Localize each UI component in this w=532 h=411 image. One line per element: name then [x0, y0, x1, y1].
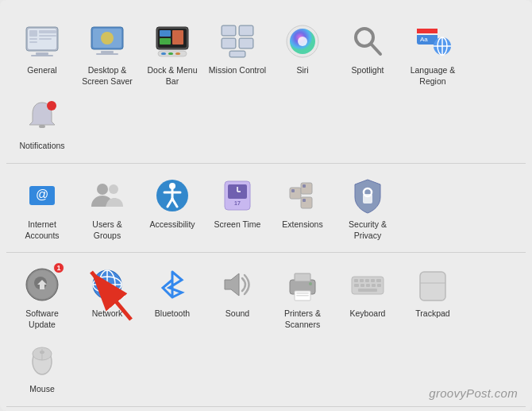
pref-item-sound[interactable]: Sound — [205, 259, 270, 324]
pref-item-internet[interactable]: @ Internet Accounts — [10, 170, 75, 246]
extensions-icon — [282, 175, 323, 216]
pref-item-trackpad[interactable]: Trackpad — [400, 259, 465, 324]
bluetooth-label: Bluetooth — [155, 308, 190, 320]
svg-rect-96 — [366, 284, 370, 287]
pref-item-language[interactable]: Aa Language & Region — [400, 16, 465, 91]
pref-item-printers[interactable]: Printers & Scanners — [270, 259, 335, 335]
security-label: Security & Privacy — [338, 219, 397, 241]
svg-point-52 — [109, 184, 118, 194]
pref-item-users[interactable]: Users & Groups — [75, 170, 140, 246]
pref-item-spotlight[interactable]: Spotlight — [335, 16, 400, 81]
pref-item-network[interactable]: Network — [75, 259, 140, 324]
spotlight-label: Spotlight — [352, 65, 384, 76]
svg-rect-31 — [240, 39, 253, 48]
svg-rect-69 — [303, 199, 306, 202]
pref-item-mission[interactable]: Mission Control — [205, 16, 270, 81]
svg-text:@: @ — [36, 188, 48, 201]
svg-point-105 — [40, 351, 44, 354]
svg-rect-3 — [29, 38, 37, 40]
svg-rect-23 — [175, 52, 180, 55]
svg-rect-21 — [161, 52, 166, 55]
general-icon — [21, 21, 63, 62]
svg-rect-64 — [290, 188, 301, 199]
svg-rect-29 — [222, 39, 235, 48]
desktop-icon — [87, 21, 128, 62]
svg-rect-98 — [377, 284, 381, 287]
svg-rect-85 — [296, 293, 309, 294]
softwareupdate-icon: 1 — [21, 264, 63, 305]
svg-point-51 — [97, 184, 108, 195]
svg-rect-8 — [36, 52, 48, 55]
svg-rect-19 — [172, 30, 183, 45]
security-icon — [347, 175, 388, 216]
softwareupdate-label: Software Update — [13, 308, 71, 330]
svg-rect-97 — [372, 284, 376, 287]
internet-icon: @ — [21, 175, 63, 216]
preferences-grid: General Desktop & Screen Saver Dock & Me… — [0, 0, 532, 411]
dock-icon — [152, 21, 193, 62]
svg-rect-95 — [360, 284, 364, 287]
svg-point-48 — [47, 101, 56, 111]
users-label: Users & Groups — [78, 219, 137, 241]
desktop-label: Desktop & Screen Saver — [78, 65, 137, 87]
svg-text:Aa: Aa — [420, 36, 428, 43]
svg-rect-66 — [301, 197, 312, 208]
pref-item-softwareupdate[interactable]: 1Software Update — [10, 259, 75, 335]
bluetooth-icon — [152, 264, 193, 305]
sound-icon — [217, 264, 258, 305]
svg-rect-67 — [291, 189, 295, 192]
svg-rect-9 — [31, 55, 53, 56]
svg-point-87 — [309, 282, 312, 285]
screentime-icon: 17 — [217, 175, 258, 216]
svg-rect-33 — [230, 52, 245, 56]
svg-rect-93 — [376, 279, 381, 282]
keyboard-label: Keyboard — [350, 308, 386, 320]
mission-label: Mission Control — [209, 65, 266, 76]
softwareupdate-badge: 1 — [53, 262, 64, 273]
svg-rect-40 — [417, 29, 438, 33]
svg-rect-5 — [39, 30, 56, 33]
printers-label: Printers & Scanners — [273, 308, 332, 330]
svg-rect-99 — [358, 289, 377, 292]
section-accounts: @ Internet Accounts Users & Groups Acces… — [6, 164, 526, 253]
svg-rect-83 — [295, 273, 310, 281]
section-other: Displays Energy Saver 17 Date & Time Sha… — [6, 407, 526, 411]
svg-rect-17 — [160, 30, 171, 37]
pref-item-mouse[interactable]: Mouse — [10, 335, 75, 400]
pref-item-extensions[interactable]: Extensions — [270, 170, 335, 235]
svg-rect-86 — [296, 295, 309, 297]
svg-rect-68 — [303, 184, 306, 188]
notifications-label: Notifications — [19, 141, 64, 152]
svg-text:17: 17 — [234, 200, 241, 206]
pref-item-bluetooth[interactable]: Bluetooth — [140, 259, 205, 324]
svg-rect-65 — [301, 183, 312, 194]
svg-rect-41 — [417, 33, 438, 35]
pref-item-notifications[interactable]: Notifications — [10, 91, 75, 157]
pref-item-screentime[interactable]: 17 Screen Time — [205, 170, 270, 235]
svg-rect-100 — [420, 272, 445, 300]
network-icon — [87, 264, 128, 305]
svg-rect-47 — [39, 125, 45, 128]
pref-item-dock[interactable]: Dock & Menu Bar — [140, 16, 205, 91]
pref-item-accessibility[interactable]: Accessibility — [140, 170, 205, 235]
language-icon: Aa — [412, 21, 453, 62]
extensions-label: Extensions — [282, 219, 322, 231]
svg-rect-13 — [101, 51, 114, 53]
siri-label: Siri — [296, 65, 308, 76]
pref-item-general[interactable]: General — [10, 16, 75, 81]
siri-icon — [282, 21, 323, 62]
svg-rect-18 — [160, 38, 171, 45]
pref-item-siri[interactable]: Siri — [270, 16, 335, 81]
language-label: Language & Region — [403, 65, 462, 87]
svg-rect-91 — [365, 279, 369, 282]
pref-item-security[interactable]: Security & Privacy — [335, 170, 400, 246]
mouse-icon — [21, 339, 63, 381]
svg-line-38 — [371, 44, 380, 54]
svg-rect-4 — [29, 41, 37, 43]
pref-item-desktop[interactable]: Desktop & Screen Saver — [75, 16, 140, 91]
dock-label: Dock & Menu Bar — [143, 65, 202, 87]
pref-item-keyboard[interactable]: Keyboard — [335, 259, 400, 324]
svg-rect-27 — [240, 26, 253, 35]
svg-rect-94 — [354, 284, 359, 287]
network-label: Network — [92, 308, 123, 320]
